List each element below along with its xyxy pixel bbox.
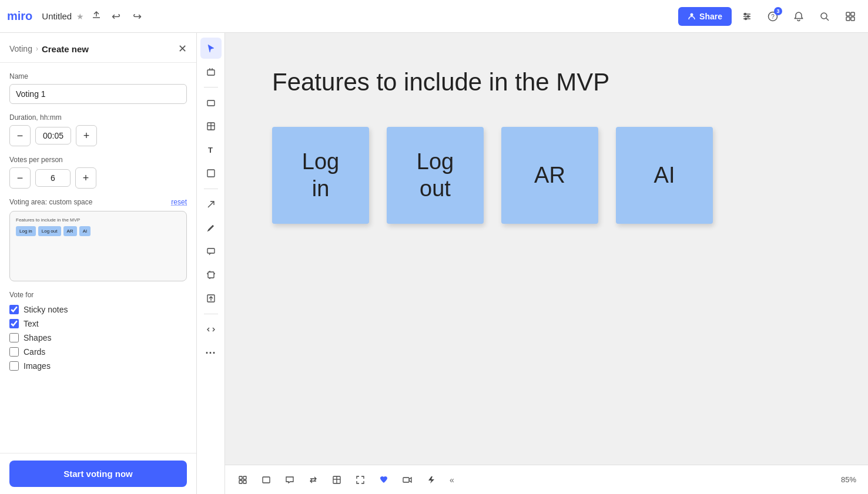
bottom-lightning-tool[interactable]: [420, 469, 441, 490]
cursor-tool[interactable]: [200, 38, 222, 59]
sticky-notes-checkbox[interactable]: [9, 305, 19, 314]
voting-area-preview: Features to include in the MVP Log in Lo…: [9, 211, 187, 281]
svg-rect-32: [243, 480, 246, 483]
svg-rect-30: [243, 476, 246, 479]
table-tool[interactable]: [200, 116, 222, 137]
votes-decrement-button[interactable]: −: [9, 167, 31, 189]
share-upload-button[interactable]: [91, 9, 102, 23]
miro-logo: miro: [7, 9, 32, 23]
code-tool[interactable]: [200, 319, 222, 340]
svg-point-5: [748, 15, 749, 17]
panel-title: Create new: [42, 44, 89, 54]
sticky-note-logout[interactable]: Logout: [387, 127, 484, 224]
document-title[interactable]: Untitled: [42, 11, 72, 21]
sticky-note-ar[interactable]: AR: [501, 127, 598, 224]
apps-button[interactable]: [840, 6, 861, 27]
upload-tool[interactable]: [200, 288, 222, 309]
bottom-video-tool[interactable]: [397, 469, 418, 490]
arrow-tool[interactable]: [200, 194, 222, 215]
duration-decrement-button[interactable]: −: [9, 125, 31, 146]
svg-point-4: [745, 13, 746, 15]
shapes-checkbox[interactable]: [9, 333, 19, 342]
svg-rect-14: [851, 17, 854, 21]
svg-rect-18: [207, 100, 215, 106]
collapse-toolbar-button[interactable]: «: [444, 472, 460, 488]
more-tools[interactable]: ···: [200, 342, 222, 364]
svg-rect-26: [208, 272, 214, 278]
start-voting-button[interactable]: Start voting now: [9, 461, 187, 487]
checkbox-sticky-notes: Sticky notes: [9, 305, 187, 314]
preview-cards: Log in Log out AR AI: [16, 226, 180, 236]
text-tool[interactable]: T: [200, 139, 222, 160]
preview-card-ai: AI: [79, 226, 91, 236]
bottom-like-tool[interactable]: [373, 469, 394, 490]
help-button[interactable]: ? 3: [762, 6, 783, 27]
redo-button[interactable]: ↪: [128, 7, 146, 26]
shapes-label[interactable]: Shapes: [24, 333, 51, 342]
preview-card-logout: Log out: [38, 226, 61, 236]
svg-rect-12: [851, 12, 854, 16]
svg-rect-23: [207, 170, 215, 177]
comment-tool[interactable]: [200, 241, 222, 262]
sticky-tool[interactable]: [200, 163, 222, 184]
close-button[interactable]: ✕: [178, 42, 187, 55]
images-label[interactable]: Images: [24, 361, 51, 371]
svg-point-9: [821, 13, 827, 19]
name-label: Name: [9, 72, 187, 80]
svg-rect-13: [846, 17, 850, 21]
crop-tool[interactable]: [200, 264, 222, 285]
svg-line-24: [208, 201, 214, 207]
bottom-comment-tool[interactable]: [279, 469, 300, 490]
share-button[interactable]: Share: [678, 7, 732, 26]
pen-tool[interactable]: [200, 217, 222, 238]
bottom-expand-tool[interactable]: [350, 469, 371, 490]
sticky-note-login[interactable]: Login: [272, 127, 369, 224]
checkbox-images: Images: [9, 361, 187, 371]
svg-rect-31: [239, 480, 242, 483]
notifications-button[interactable]: [788, 6, 809, 27]
votes-label: Votes per person: [9, 156, 187, 164]
voting-area-row: Voting area: custom space reset: [9, 198, 187, 206]
svg-rect-25: [207, 248, 215, 253]
svg-point-6: [745, 18, 747, 19]
sticky-notes-label[interactable]: Sticky notes: [24, 305, 68, 314]
breadcrumb: Voting › Create new: [9, 44, 178, 54]
panel-body: Name Duration, hh:mm − 00:05 + Votes per…: [0, 63, 196, 453]
cards-label[interactable]: Cards: [24, 347, 45, 357]
search-button[interactable]: [814, 6, 835, 27]
breadcrumb-voting[interactable]: Voting: [9, 44, 32, 53]
filters-button[interactable]: [736, 6, 758, 27]
duration-increment-button[interactable]: +: [76, 125, 97, 146]
text-checkbox[interactable]: [9, 319, 19, 328]
images-checkbox[interactable]: [9, 361, 19, 371]
undo-redo-group: ↩ ↪: [106, 7, 146, 26]
bottom-toolbar: « 85%: [225, 465, 868, 494]
name-input[interactable]: [9, 84, 187, 104]
text-label[interactable]: Text: [24, 319, 39, 328]
top-bar: miro Untitled ★ ↩ ↪ Share ? 3: [0, 0, 868, 33]
sticky-notes-container: Login Logout AR AI: [272, 127, 713, 224]
frame-tool[interactable]: [200, 92, 222, 113]
undo-button[interactable]: ↩: [106, 7, 125, 26]
checkbox-cards: Cards: [9, 347, 187, 357]
star-icon[interactable]: ★: [76, 12, 84, 21]
bottom-frame-tool[interactable]: [256, 469, 277, 490]
checkbox-text: Text: [9, 319, 187, 328]
votes-counter: − 6 +: [9, 167, 187, 189]
left-toolbar: T ···: [197, 33, 225, 494]
sticky-note-ai[interactable]: AI: [616, 127, 713, 224]
bottom-frames-tool[interactable]: [232, 469, 253, 490]
reset-link[interactable]: reset: [171, 198, 187, 206]
hand-tool[interactable]: [200, 61, 222, 82]
svg-text:T: T: [208, 146, 213, 154]
votes-increment-button[interactable]: +: [75, 167, 96, 189]
bottom-swap-tool[interactable]: [303, 469, 324, 490]
duration-label: Duration, hh:mm: [9, 113, 187, 122]
canvas[interactable]: Features to include in the MVP Login Log…: [225, 33, 868, 494]
svg-rect-37: [403, 478, 409, 482]
canvas-title: Features to include in the MVP: [272, 68, 609, 96]
bottom-table-tool[interactable]: [326, 469, 347, 490]
duration-counter: − 00:05 +: [9, 125, 187, 146]
canvas-area: T ···: [197, 33, 868, 494]
cards-checkbox[interactable]: [9, 347, 19, 357]
